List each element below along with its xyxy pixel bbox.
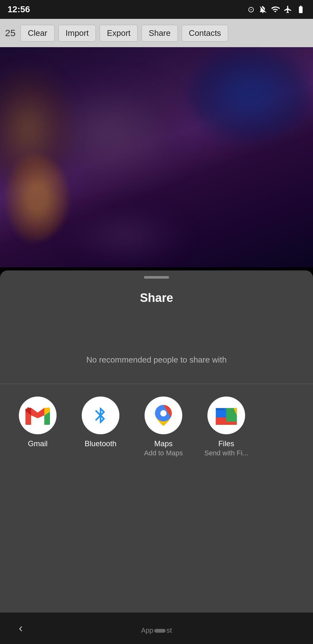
import-button[interactable]: Import — [58, 25, 96, 42]
share-button[interactable]: Share — [141, 25, 178, 42]
bottom-nav: ‹ Appst — [0, 613, 313, 644]
maps-label: Maps — [154, 439, 173, 448]
background-image — [0, 47, 313, 267]
clear-button[interactable]: Clear — [20, 25, 54, 42]
no-recommended-text: No recommended people to share with — [86, 355, 227, 365]
maps-icon — [151, 403, 176, 428]
toolbar-count: 25 — [5, 28, 15, 38]
drag-handle[interactable] — [144, 276, 169, 279]
back-button[interactable]: ‹ — [19, 622, 23, 635]
app-label: Appst — [141, 626, 172, 635]
maps-subtitle: Add to Maps — [144, 449, 183, 457]
notification-muted-icon — [258, 5, 267, 14]
gmail-icon-circle — [19, 397, 57, 434]
status-icons: ⊙ — [248, 5, 305, 14]
battery-icon — [296, 5, 305, 14]
export-button[interactable]: Export — [100, 25, 138, 42]
share-sheet: Share No recommended people to share wit… — [0, 270, 313, 644]
files-subtitle: Send with Fi... — [204, 449, 248, 457]
svg-point-0 — [160, 410, 167, 416]
share-title: Share — [140, 291, 173, 305]
pocketcasts-icon: ⊙ — [248, 5, 255, 14]
apps-row: Gmail Bluetooth Maps — [0, 384, 313, 464]
bluetooth-icon-circle — [82, 397, 119, 434]
maps-icon-circle — [145, 397, 182, 434]
svg-rect-6 — [216, 422, 237, 425]
gmail-label: Gmail — [28, 439, 48, 448]
status-bar: 12:56 ⊙ — [0, 0, 313, 19]
status-time: 12:56 — [8, 4, 30, 14]
toolbar: 25 Clear Import Export Share Contacts — [0, 19, 313, 47]
files-app-item[interactable]: Files Send with Fi... — [201, 397, 251, 457]
gmail-icon — [25, 406, 50, 425]
bluetooth-icon — [91, 403, 110, 428]
wifi-icon — [271, 5, 280, 14]
files-icon — [214, 403, 239, 428]
files-label: Files — [218, 439, 234, 448]
contacts-button[interactable]: Contacts — [182, 25, 228, 42]
gmail-app-item[interactable]: Gmail — [13, 397, 63, 448]
files-icon-circle — [207, 397, 245, 434]
bluetooth-app-item[interactable]: Bluetooth — [75, 397, 126, 448]
airplane-icon — [283, 5, 292, 14]
maps-app-item[interactable]: Maps Add to Maps — [138, 397, 189, 457]
bluetooth-label: Bluetooth — [85, 439, 116, 448]
